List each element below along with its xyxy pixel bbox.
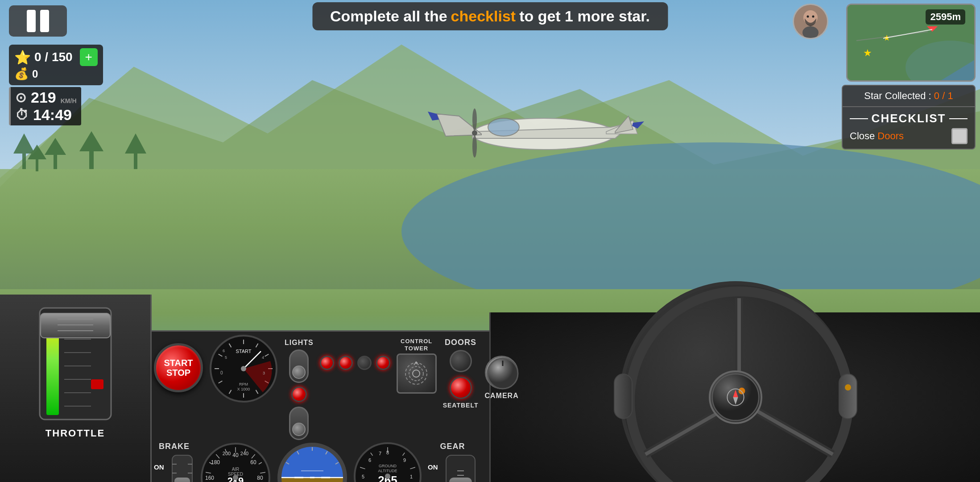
throttle-visual (22, 303, 129, 424)
start-stop-button[interactable]: START STOP (154, 343, 203, 392)
svg-point-177 (807, 16, 809, 18)
score-panel: ⭐ 0 / 150 + 💰 0 (9, 45, 103, 85)
control-tower-label: CONTROLTOWER (401, 338, 432, 352)
svg-text:180: 180 (211, 459, 220, 465)
svg-text:AIR: AIR (232, 467, 240, 472)
svg-text:0: 0 (220, 370, 223, 375)
steering-area (489, 312, 980, 482)
svg-point-112 (233, 475, 238, 480)
right-hud-panel: Star Collected : 0 / 1 CHECKLIST Close D… (842, 85, 976, 150)
control-tower-button[interactable] (397, 353, 437, 394)
lights-section: LIGHTS (285, 339, 314, 440)
svg-point-154 (385, 474, 390, 479)
banner-suffix: to get 1 more star. (519, 8, 650, 25)
svg-text:6: 6 (223, 349, 225, 353)
svg-rect-9 (89, 149, 94, 169)
svg-rect-172 (839, 374, 857, 419)
checklist-task-row: Close Doors (850, 128, 968, 144)
camera-label: CAMERA (484, 392, 518, 400)
altitude-gauge: 8 9 1 2 3 4 5 6 7 265 GROUND ALTITUDE (353, 442, 422, 482)
svg-rect-7 (54, 154, 57, 169)
camera-section: CAMERA (484, 356, 518, 400)
camera-knob[interactable] (485, 356, 518, 389)
lights-toggle-2[interactable] (289, 407, 309, 440)
light-4 (357, 356, 372, 370)
score-value: 0 / 150 (34, 50, 73, 64)
svg-text:★: ★ (863, 47, 872, 58)
brake-section: BRAKE ON OFF (154, 442, 194, 482)
svg-text:6: 6 (368, 457, 371, 463)
horizon-gauge (277, 442, 348, 482)
light-1 (291, 386, 307, 402)
doors-label: DOORS (445, 338, 476, 347)
checklist-title: CHECKLIST (850, 112, 968, 125)
speed-time-panel: ⊙ 219 KM/H ⏱ 14:49 (9, 87, 81, 125)
task-checkbox[interactable] (951, 128, 968, 144)
pause-button[interactable] (9, 5, 67, 37)
svg-text:200: 200 (223, 451, 231, 456)
pause-bar-1 (27, 10, 36, 32)
svg-text:240: 240 (240, 451, 248, 456)
player-avatar (793, 4, 828, 39)
checklist-line-left (850, 118, 868, 119)
steering-hub (709, 370, 762, 424)
star-icon: ⭐ (14, 50, 31, 65)
coin-icon: 💰 (14, 67, 29, 81)
svg-point-65 (409, 366, 423, 381)
right-handle (835, 370, 861, 425)
left-panel: THROTTLE (0, 295, 152, 482)
svg-point-167 (738, 388, 745, 395)
rpm-section: START RPM X 1000 0 4 3 5 6 (209, 334, 278, 403)
left-handle (610, 370, 637, 425)
lights-label: LIGHTS (285, 339, 314, 347)
svg-rect-13 (36, 158, 38, 171)
svg-text:5: 5 (362, 474, 364, 479)
star-collected-value: 0 / 1 (934, 90, 953, 101)
start-stop-section: START STOP (154, 343, 203, 392)
speed-value: 219 (31, 89, 56, 106)
svg-point-173 (845, 384, 851, 391)
svg-point-55 (241, 366, 246, 371)
svg-text:START: START (236, 349, 251, 354)
door-btn-1[interactable] (450, 350, 472, 372)
banner-highlight: checklist (451, 8, 516, 25)
gear-on-label: ON (428, 463, 441, 471)
doors-section: DOORS SEATBELT (443, 338, 479, 409)
svg-text:5: 5 (225, 355, 227, 360)
time-value: 14:49 (33, 106, 72, 124)
door-light (450, 377, 472, 399)
svg-text:8: 8 (386, 450, 389, 455)
gear-section: GEAR ON OFF (428, 442, 477, 482)
gear-label: GEAR (440, 442, 465, 451)
checklist-line-right (949, 118, 968, 119)
svg-rect-5 (22, 151, 26, 169)
svg-rect-36 (41, 313, 110, 338)
svg-point-20 (488, 118, 519, 136)
clock-icon: ⏱ (15, 108, 29, 123)
horizon-section (277, 442, 348, 482)
svg-text:7: 7 (379, 451, 381, 456)
task-doors: Doors (877, 130, 904, 141)
lights-row (320, 356, 390, 370)
svg-text:X 1000: X 1000 (237, 387, 250, 391)
bottom-instrument-row: BRAKE ON OFF (154, 442, 487, 482)
top-instrument-row: START STOP (154, 334, 487, 440)
svg-point-22 (472, 108, 477, 131)
star-collected: Star Collected : 0 / 1 (842, 85, 976, 107)
light-2 (320, 356, 334, 370)
svg-text:160: 160 (205, 475, 214, 481)
distance-badge: 2595m (926, 9, 965, 25)
svg-text:RPM: RPM (239, 382, 248, 386)
brake-switch[interactable] (170, 453, 194, 482)
banner-prefix: Complete all the (330, 8, 447, 25)
checklist-title-text: CHECKLIST (872, 112, 946, 125)
svg-text:80: 80 (257, 475, 263, 481)
svg-rect-73 (174, 478, 190, 482)
svg-text:60: 60 (250, 459, 256, 465)
steering-wheel[interactable] (620, 281, 852, 482)
svg-text:40: 40 (232, 452, 239, 458)
gear-switch[interactable] (444, 453, 477, 482)
lights-toggle[interactable] (289, 349, 309, 383)
svg-rect-11 (134, 151, 137, 169)
plus-button[interactable]: + (80, 48, 98, 66)
